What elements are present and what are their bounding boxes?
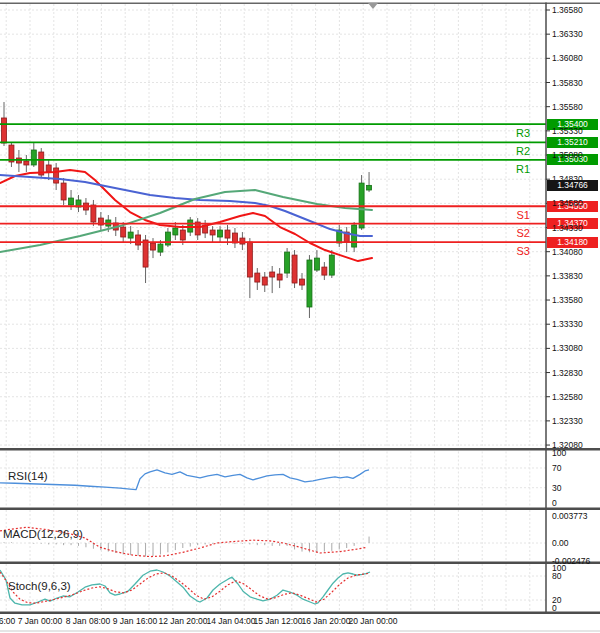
candle-bear [277, 274, 282, 280]
candle-bear [143, 240, 148, 267]
candle-bull [285, 252, 290, 273]
candle-bull [128, 232, 133, 238]
candle-bull [69, 198, 74, 205]
chart-bottom-border [0, 631, 600, 632]
candle-bear [270, 272, 275, 277]
candle-bull [165, 232, 170, 245]
candle-bear [300, 279, 305, 285]
candle-bull [158, 244, 163, 252]
candle-bull [307, 260, 312, 307]
candle-bear [247, 242, 252, 277]
current-bar-marker-icon [368, 3, 378, 9]
candle-bear [91, 205, 96, 222]
candle-bear [210, 230, 215, 235]
panel-divider [0, 612, 600, 615]
candle-bull [329, 255, 334, 275]
candle-bear [151, 243, 156, 250]
panel-divider [0, 508, 600, 511]
candle-bull [31, 150, 36, 165]
panel-divider [0, 562, 600, 565]
rsi-line [0, 470, 369, 490]
candle-bear [136, 235, 141, 245]
panel-divider [0, 448, 600, 451]
candle-bear [121, 227, 126, 237]
candle-bear [61, 183, 66, 200]
candle-bull [218, 230, 223, 237]
candle-bear [54, 168, 59, 183]
candle-bear [292, 255, 297, 283]
candle-bear [2, 118, 7, 143]
forex-candlestick-chart: RSI(14) MACD(12,26,9) Stoch(9,6,3) 1.350… [0, 0, 600, 633]
macd-signal-line [0, 527, 367, 556]
candle-bull [367, 185, 372, 190]
candle-bear [225, 230, 230, 238]
candle-bear [240, 238, 245, 244]
chart-canvas [0, 0, 600, 633]
candle-bear [262, 277, 267, 285]
candle-bear [46, 165, 51, 172]
candle-bear [180, 230, 185, 240]
chart-top-border [0, 3, 600, 5]
candle-bull [173, 228, 178, 235]
candle-bear [322, 267, 327, 275]
candle-bear [255, 273, 260, 282]
candle-bear [24, 161, 29, 165]
candle-bull [188, 220, 193, 232]
candle-bull [314, 258, 319, 270]
